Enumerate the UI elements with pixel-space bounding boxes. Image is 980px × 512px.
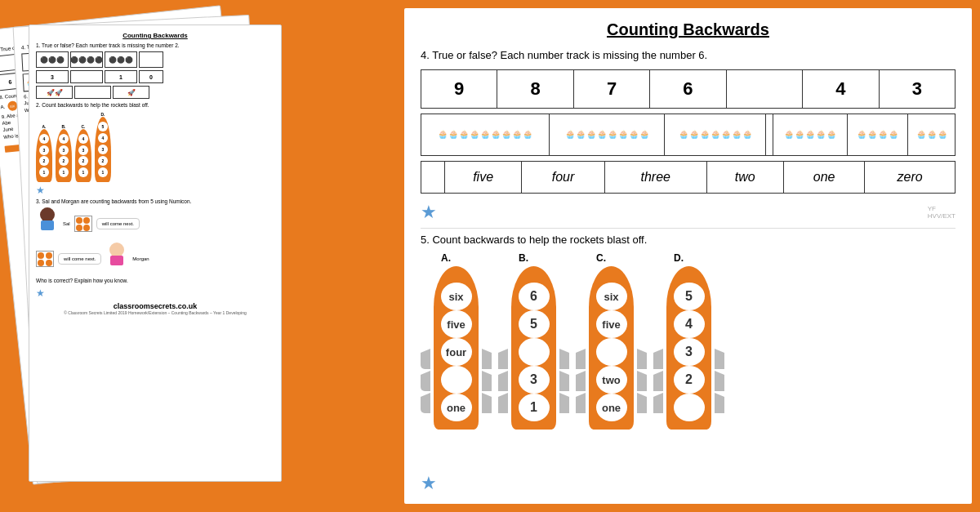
paper3-morgan-name: Morgan [132,256,149,261]
main-title: Counting Backwards [421,20,956,39]
paper3-circle-d5: 5 [98,122,108,131]
numicon2-dot3 [38,260,44,266]
fin-dl-2 [653,371,663,391]
cupcake-group-8: 🧁 🧁 🧁 🧁 🧁 🧁 🧁 🧁 [552,118,662,151]
paper3-sal-row: Sal will come next. [36,207,274,240]
c9: 🧁 [523,131,532,139]
paper3-num0: 0 [139,70,163,83]
rocket-b-circle-6: 6 [519,283,550,310]
fin-left-1 [421,349,430,369]
fin-cr-3 [637,393,647,413]
c3: 🧁 [459,131,469,139]
c8-8: 🧁 [639,131,649,139]
paper3-body-b: 4 3 2 1 [56,129,72,182]
rocket-c-circle-five: five [596,310,627,338]
rocket-b-label: B. [519,252,528,264]
paper3-dots2: ⚫⚫⚫⚫ [70,51,103,68]
paper3-circle-d1: 1 [98,167,108,177]
fin-bl-1 [498,349,508,369]
rocket-a-body: six five four one [434,266,479,430]
paper3-circle-c3: 3 [78,145,88,155]
paper3-circle-c1: 1 [78,167,88,177]
c7-4: 🧁 [710,131,720,139]
cupcake-cell-5: 🧁 🧁 🧁 🧁 🧁 [773,114,848,156]
track-num-9: 9 [421,70,497,109]
rocket-b-circle-3: 3 [519,366,550,394]
fin-right-2 [482,371,492,391]
paper3-q2: 2. Count backwards to help the rockets b… [36,102,274,109]
star-watermark-row: ★ YFHVV/EXT [421,202,956,223]
paper3-label-d: D. [101,112,105,117]
cupcake-group-5: 🧁 🧁 🧁 🧁 🧁 [776,118,844,151]
fin-cr-2 [637,371,647,391]
paper3-num1: 1 [105,70,137,83]
rocket-b-body: 6 5 3 1 [511,266,556,430]
c5: 🧁 [480,131,490,139]
track-num-6: 6 [650,70,726,109]
cupcake-cell-8: 🧁 🧁 🧁 🧁 🧁 🧁 🧁 🧁 [550,114,665,156]
c5-5: 🧁 [826,131,836,139]
paper3-dots1: ⚫⚫⚫ [36,51,69,68]
rocket-d-label: D. [674,252,684,264]
c5-1: 🧁 [784,131,794,139]
c4-4: 🧁 [889,131,898,139]
paper3-rocket-a: A. 4 3 2 1 [36,124,52,182]
paper3-circle-b1: 1 [59,167,69,177]
track-num-7: 7 [573,70,649,109]
fin-cr-1 [637,349,647,369]
rocket-d-circle-3: 3 [674,338,705,366]
paper3-circle-c4: 4 [78,134,88,144]
paper3-footer: © Classroom Secrets Limited 2019 Homewor… [36,310,274,315]
c7: 🧁 [501,131,511,139]
main-q5: 5. Count backwards to help the rockets b… [421,234,956,246]
c8: 🧁 [512,131,522,139]
rocket-group-c: C. six five two one [576,252,647,430]
paper3-dot-row: ⚫⚫⚫ ⚫⚫⚫⚫ ⚫⚫⚫ [36,51,274,68]
paper3-rd1: 🚀🚀 [36,86,73,99]
paper3-morgan-char [105,243,128,275]
paper3-circle-d4: 4 [98,133,108,143]
cupcake-cell-blank [766,114,773,156]
rocket-c-circle-six: six [596,283,627,310]
rocket-a-label: A. [441,252,451,264]
rocket-d-circle-blank [674,394,705,421]
paper3-rd3: 🚀 [113,86,149,99]
fin-cl-3 [576,393,586,413]
c1: 🧁 [438,131,448,139]
rocket-a-fins-left [421,349,430,413]
paper3-q3: 3. Sal and Morgan are counting backwards… [36,198,274,205]
paper3-rocket-dots: 🚀🚀 🚀 [36,86,274,99]
paper3-sal-char [36,207,59,240]
paper3-num-row: 3 1 0 [36,70,274,83]
paper3-circle-b2: 2 [59,156,69,166]
cupcake-group-blank [768,118,770,151]
paper3-body-c: 4 3 2 1 [75,129,91,182]
morgan-body [110,256,123,265]
paper3-numicon2 [36,251,54,267]
c8-6: 🧁 [618,131,628,139]
track-num-8: 8 [497,70,573,109]
numicon2-dot4 [46,260,52,266]
paper3-rocket-b: B. 4 3 2 1 [56,124,72,182]
c4-2: 🧁 [867,131,877,139]
fin-bl-2 [498,371,508,391]
fin-dr-2 [715,371,724,391]
word-blank [421,162,445,194]
numicon2-dot1 [38,252,44,259]
rocket-c-circle-blank [596,338,627,366]
cupcake-group-7: 🧁 🧁 🧁 🧁 🧁 🧁 🧁 [667,118,763,151]
c7-7: 🧁 [742,131,752,139]
fin-dr-1 [715,349,724,369]
c7-5: 🧁 [721,131,731,139]
rocket-c-fins-left [576,349,586,413]
rocket-a-circle-four: four [441,338,472,366]
track-num-4: 4 [803,70,879,109]
numicon-dot1 [76,217,82,224]
track-num-3: 3 [879,70,955,109]
c4: 🧁 [470,131,479,139]
paper3-circle-a2: 2 [39,156,49,166]
fin-right-1 [482,349,492,369]
cupcake-cell-9: 🧁 🧁 🧁 🧁 🧁 🧁 🧁 🧁 🧁 [421,114,550,156]
c3-2: 🧁 [927,131,937,139]
c8-4: 🧁 [597,131,607,139]
